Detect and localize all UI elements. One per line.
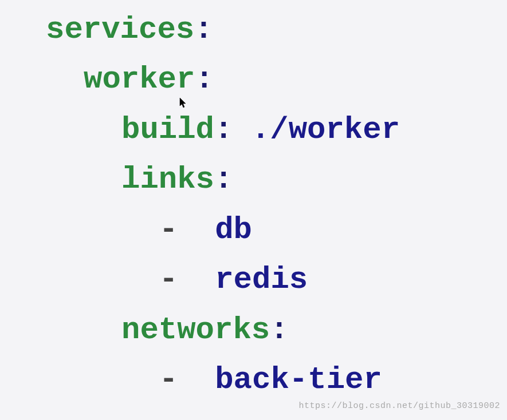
code-line-list-item-redis: - redis xyxy=(46,255,507,304)
yaml-colon: : xyxy=(270,312,288,347)
yaml-value: db xyxy=(178,212,252,247)
watermark-text: https://blog.csdn.net/github_30319002 xyxy=(298,399,500,413)
code-line-networks: networks: xyxy=(46,305,507,355)
yaml-value: redis xyxy=(178,262,308,297)
code-line-worker: worker: xyxy=(46,54,507,104)
yaml-dash: - xyxy=(159,262,178,297)
yaml-colon: : xyxy=(214,112,233,147)
yaml-key: networks xyxy=(121,312,270,347)
yaml-dash: - xyxy=(159,362,178,397)
code-line-list-item-db: - db xyxy=(46,205,507,255)
code-line-services: services: xyxy=(46,5,507,54)
yaml-value: back-tier xyxy=(178,362,382,397)
code-line-links: links: xyxy=(46,154,507,204)
yaml-key: services xyxy=(46,12,194,47)
yaml-colon: : xyxy=(195,62,213,97)
code-line-build: build: ./worker xyxy=(46,105,507,154)
yaml-key: build xyxy=(121,112,214,147)
yaml-colon: : xyxy=(194,12,213,47)
yaml-value: ./worker xyxy=(233,112,400,147)
yaml-key: worker xyxy=(84,62,195,97)
yaml-colon: : xyxy=(214,162,233,197)
yaml-dash: - xyxy=(159,212,178,247)
yaml-key: links xyxy=(121,162,214,197)
code-line-list-item-backtier: - back-tier xyxy=(46,355,507,405)
